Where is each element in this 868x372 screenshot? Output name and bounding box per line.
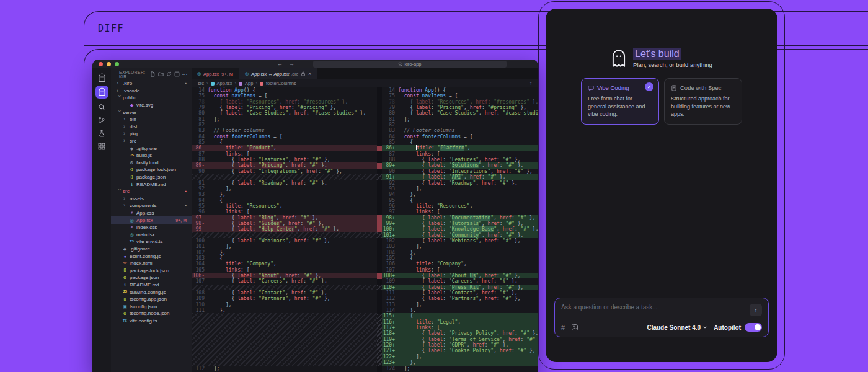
- tree-item[interactable]: ◆vite.svg: [111, 102, 192, 109]
- explorer-icon[interactable]: [95, 86, 108, 99]
- tree-item[interactable]: {}package-lock.json: [111, 166, 192, 174]
- tree-item[interactable]: ◆.gitignore: [111, 246, 192, 253]
- close-tab-icon[interactable]: ×: [308, 71, 311, 77]
- tree-item[interactable]: ›pkg: [111, 130, 192, 138]
- diff-line: 98+ { label: "Documentation", href: "#" …: [382, 215, 538, 221]
- tree-item[interactable]: JStailwind.config.js: [111, 288, 192, 296]
- refresh-icon[interactable]: [166, 71, 172, 77]
- arrow-up-icon[interactable]: ↑: [529, 81, 532, 86]
- tree-item[interactable]: ◆.gitignore: [111, 144, 192, 152]
- diff-line: 120+ { label: "GDPR", href: "#" },: [382, 342, 538, 348]
- tree-item[interactable]: ◎App.tsx9+, M: [111, 216, 192, 224]
- diff-line: 85 {: [382, 140, 538, 145]
- chat-bubble-icon: [588, 85, 594, 91]
- diff-left-pane[interactable]: 14function App() {75 const navItems = [7…: [192, 87, 377, 372]
- search-icon[interactable]: [97, 102, 107, 112]
- tree-item[interactable]: JSbuild.js: [111, 152, 192, 159]
- tree-item[interactable]: ●eslint.config.js: [111, 252, 192, 260]
- minimize-window-button[interactable]: [107, 62, 111, 66]
- debug-icon[interactable]: [97, 128, 107, 138]
- breadcrumb-item[interactable]: App.tsx: [217, 81, 232, 86]
- chat-input[interactable]: Ask a question or describe a task... ↑ #…: [554, 298, 769, 337]
- tree-item[interactable]: #App.css: [111, 210, 192, 217]
- tree-item[interactable]: ›src: [111, 138, 192, 145]
- tree-item[interactable]: {}package-lock.json: [111, 267, 192, 274]
- tree-item[interactable]: ›.kiro●: [111, 80, 192, 87]
- breadcrumb-item[interactable]: App: [245, 81, 253, 86]
- autopilot-toggle[interactable]: [745, 323, 762, 332]
- card-vibe-coding[interactable]: Vibe Coding Free-form chat for general a…: [581, 78, 659, 125]
- tree-item[interactable]: TSvite-env.d.ts: [111, 238, 192, 246]
- tree-item[interactable]: ›components●: [111, 202, 192, 210]
- editor-group: ◎ App.tsx 9+, M ◎ App.tsx ↔ App.tsx /src…: [192, 68, 538, 372]
- diff-line: 81 ];: [382, 117, 538, 122]
- diff-line: 117+ links: [: [382, 325, 538, 330]
- new-folder-icon[interactable]: [158, 71, 164, 77]
- zoom-window-button[interactable]: [115, 62, 119, 66]
- back-button[interactable]: ←: [277, 61, 283, 67]
- card-code-with-spec[interactable]: Code with Spec Structured approach for b…: [664, 78, 742, 125]
- tree-item[interactable]: ℹREADME.md: [111, 180, 192, 188]
- diff-line: 83 // Footer columns: [382, 128, 538, 133]
- diff-line: 75 const navItems = [: [192, 93, 377, 99]
- tree-item[interactable]: #index.css: [111, 224, 192, 231]
- tree-item[interactable]: ›server: [111, 108, 192, 116]
- new-file-icon[interactable]: [150, 71, 156, 77]
- tree-item[interactable]: ›.vscode: [111, 87, 192, 95]
- chat-panel: Let's build Plan, search, or build anyth…: [546, 9, 777, 362]
- diff-line: 91 { label: "Roadmap", href: "#" },: [192, 180, 377, 186]
- tree-item[interactable]: {}tsconfig.app.json: [111, 296, 192, 303]
- card-description: Free-form chat for general assistance an…: [588, 95, 652, 118]
- tab-app-tsx[interactable]: ◎ App.tsx 9+, M: [192, 68, 239, 79]
- tree-item[interactable]: <>index.html: [111, 260, 192, 267]
- tree-item[interactable]: ⚙fastly.toml: [111, 159, 192, 167]
- tree-item[interactable]: ▣tsconfig.json: [111, 303, 192, 310]
- tree-item[interactable]: ◎main.tsx: [111, 231, 192, 238]
- diff-line: 109 { label: "Partners", href: "#" },: [192, 296, 377, 301]
- tree-item[interactable]: ›dist: [111, 123, 192, 131]
- tree-item[interactable]: ›public: [111, 94, 192, 102]
- tree-item[interactable]: ›bin: [111, 116, 192, 123]
- diff-line: 78 { label: "Resources", href: "#resourc…: [382, 99, 538, 105]
- react-file-icon: ◎: [128, 232, 135, 237]
- diff-line: 106- { label: "About", href: "#" },: [192, 273, 377, 278]
- explorer-title: EXPLORER: KIR...: [119, 70, 150, 79]
- command-center-search[interactable]: kiro-app: [313, 61, 507, 68]
- diff-line: 89- { label: "Pricing", href: "#" },: [192, 162, 377, 168]
- diff-right-pane[interactable]: 14function App() {75 const navItems = [7…: [382, 87, 538, 372]
- tree-item[interactable]: ℹREADME.md: [111, 281, 192, 289]
- css-file-icon: #: [128, 211, 135, 215]
- breadcrumb[interactable]: src › App.tsx › App › footerColumns ↑: [192, 79, 538, 87]
- diff-line: 100+ { label: "Knowledge Base", href: "#…: [382, 226, 538, 232]
- tree-item[interactable]: TSvite.config.ts: [111, 317, 192, 325]
- tree-item[interactable]: ›assets: [111, 195, 192, 203]
- image-attach-icon[interactable]: [571, 324, 578, 331]
- tree-item[interactable]: {}tsconfig.node.json: [111, 310, 192, 317]
- close-window-button[interactable]: [99, 62, 103, 66]
- kiro-chat-icon[interactable]: [97, 73, 107, 82]
- collapse-all-icon[interactable]: [174, 71, 180, 77]
- tree-item[interactable]: {}package.json: [111, 174, 192, 181]
- send-button[interactable]: ↑: [750, 304, 762, 316]
- extensions-icon[interactable]: [97, 141, 107, 151]
- breadcrumb-item[interactable]: footerColumns: [266, 81, 296, 86]
- more-actions-icon[interactable]: ⋯: [182, 71, 188, 78]
- chat-input-placeholder: Ask a question or describe a task...: [561, 304, 658, 311]
- tab-path: /src: [292, 72, 298, 76]
- context-hash-icon[interactable]: #: [561, 324, 565, 331]
- source-control-icon[interactable]: [97, 115, 107, 125]
- tree-item[interactable]: ›src●: [111, 188, 192, 195]
- breadcrumb-item[interactable]: src: [198, 81, 204, 86]
- forward-button[interactable]: →: [289, 61, 294, 67]
- diff-line: 104 title: "Company",: [192, 261, 377, 267]
- tree-item[interactable]: {}package.json: [111, 274, 192, 281]
- diff-line: 97- { label: "Blog", href: "#" },: [192, 215, 377, 221]
- json-file-icon: {}: [122, 312, 128, 316]
- tab-diff-app-tsx[interactable]: ◎ App.tsx ↔ App.tsx /src ×: [239, 68, 317, 79]
- diff-line: 84 const footerColumns = [: [382, 134, 538, 140]
- model-selector[interactable]: Claude Sonnet 4.0: [647, 324, 707, 331]
- react-file-icon: ◎: [128, 218, 135, 223]
- tsjson-file-icon: ▣: [122, 304, 128, 309]
- diff-divider[interactable]: [377, 87, 382, 372]
- diff-line: 80 { label: "Case Studies", href: "#case…: [192, 110, 377, 116]
